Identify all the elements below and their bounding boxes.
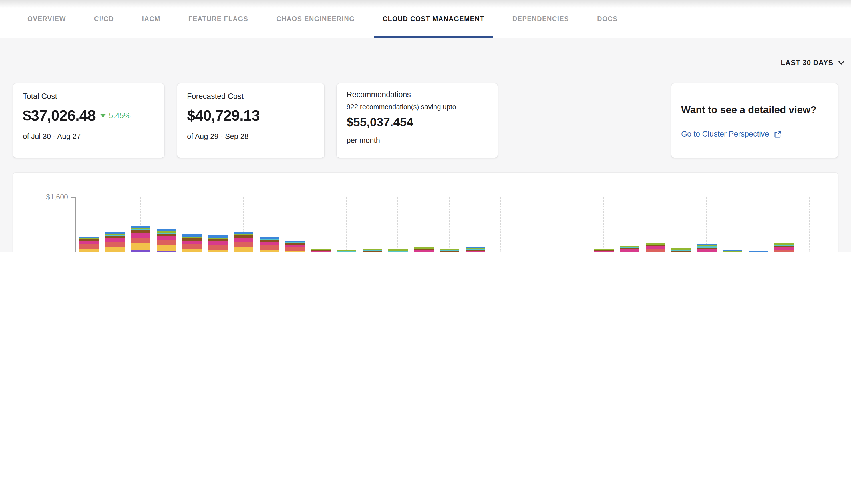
bar-segment-cluster-13[interactable] bbox=[105, 232, 124, 234]
bar-segment-cluster-13[interactable] bbox=[233, 232, 253, 234]
bar-segment-cluster-9[interactable] bbox=[182, 240, 202, 244]
bar-segment-cluster-10[interactable] bbox=[131, 230, 150, 233]
x-gridline bbox=[449, 197, 450, 252]
bar-segment-cluster-8[interactable] bbox=[233, 242, 253, 247]
bar-segment-cluster-12[interactable] bbox=[748, 252, 768, 252]
bar-segment-cluster-8[interactable] bbox=[156, 240, 176, 245]
bar-segment-cluster-9[interactable] bbox=[105, 238, 124, 242]
bar-segment-cluster-13[interactable] bbox=[182, 234, 202, 237]
x-gridline bbox=[346, 197, 347, 252]
tab-dependencies[interactable]: DEPENDENCIES bbox=[513, 0, 569, 38]
bar-segment-cluster-10[interactable] bbox=[362, 251, 382, 252]
bar-segment-cluster-9[interactable] bbox=[233, 238, 253, 242]
bar-segment-cluster-9[interactable] bbox=[156, 236, 176, 240]
bar-segment-cluster-7[interactable] bbox=[79, 249, 99, 252]
bar-segment-cluster-6[interactable] bbox=[131, 249, 150, 252]
bar-segment-cluster-9[interactable] bbox=[465, 251, 485, 252]
bar-2024-08-13 bbox=[439, 248, 459, 252]
stacked-bar-chart: $0$400$800$1,200$1,6002024-07-302024-08-… bbox=[75, 197, 822, 252]
bar-segment-cluster-13[interactable] bbox=[131, 226, 150, 228]
bar-2024-08-20 bbox=[620, 246, 639, 252]
bar-segment-cluster-7[interactable] bbox=[208, 249, 227, 252]
bar-2024-08-22 bbox=[671, 248, 691, 252]
time-range-dropdown[interactable]: LAST 30 DAYS bbox=[781, 56, 844, 70]
bar-segment-cluster-9[interactable] bbox=[645, 246, 665, 249]
bar-2024-08-05 bbox=[233, 232, 253, 252]
bar-2024-07-30 bbox=[79, 237, 99, 252]
tab-iacm[interactable]: IACM bbox=[142, 0, 160, 38]
recommendations-period: per month bbox=[347, 136, 488, 145]
module-tab-bar: OVERVIEWCI/CDIACMFEATURE FLAGSCHAOS ENGI… bbox=[0, 0, 851, 38]
bar-segment-cluster-9[interactable] bbox=[259, 242, 279, 245]
tab-feature-flags[interactable]: FEATURE FLAGS bbox=[188, 0, 248, 38]
bar-segment-cluster-9[interactable] bbox=[697, 249, 716, 252]
tab-chaos-engineering[interactable]: CHAOS ENGINEERING bbox=[276, 0, 354, 38]
bar-segment-cluster-9[interactable] bbox=[439, 252, 459, 252]
bar-segment-cluster-8[interactable] bbox=[259, 245, 279, 250]
bar-segment-cluster-7[interactable] bbox=[105, 247, 124, 252]
bar-segment-cluster-8[interactable] bbox=[182, 244, 202, 249]
x-gridline bbox=[809, 197, 810, 252]
bar-segment-cluster-9[interactable] bbox=[594, 251, 613, 252]
bar-segment-cluster-9[interactable] bbox=[774, 247, 794, 250]
bar-segment-cluster-6[interactable] bbox=[156, 251, 176, 252]
bar-segment-cluster-10[interactable] bbox=[105, 236, 124, 238]
bar-segment-cluster-9[interactable] bbox=[208, 241, 227, 245]
bar-segment-cluster-7[interactable] bbox=[285, 252, 305, 252]
external-link-icon bbox=[774, 130, 782, 138]
recommendations-card: Recommendations 922 recommendation(s) sa… bbox=[337, 84, 498, 158]
bar-segment-cluster-9[interactable] bbox=[414, 251, 433, 252]
bar-segment-cluster-10[interactable] bbox=[156, 234, 176, 236]
bar-segment-cluster-7[interactable] bbox=[233, 247, 253, 252]
bar-segment-cluster-13[interactable] bbox=[156, 229, 176, 232]
bar-segment-cluster-9[interactable] bbox=[79, 241, 99, 244]
bar-2024-08-03 bbox=[182, 234, 202, 252]
x-gridline bbox=[500, 197, 501, 252]
bar-segment-cluster-8[interactable] bbox=[208, 245, 227, 250]
total-cost-value: $37,026.48 bbox=[23, 107, 95, 125]
recommendations-title: Recommendations bbox=[347, 90, 488, 99]
total-cost-period: of Jul 30 - Aug 27 bbox=[23, 132, 154, 141]
tab-cloud-cost-management[interactable]: CLOUD COST MANAGEMENT bbox=[383, 0, 484, 38]
bar-segment-cluster-9[interactable] bbox=[311, 252, 330, 252]
cluster-perspective-link[interactable]: Go to Cluster Perspective bbox=[681, 130, 828, 138]
bar-segment-cluster-9[interactable] bbox=[131, 233, 150, 237]
x-gridline bbox=[758, 197, 758, 252]
detail-view-card: Want to see a detailed view? Go to Clust… bbox=[672, 84, 838, 158]
cloud-cost-dashboard: OVERVIEWCI/CDIACMFEATURE FLAGSCHAOS ENGI… bbox=[0, 0, 851, 252]
bar-segment-cluster-7[interactable] bbox=[182, 249, 202, 252]
bar-segment-cluster-11[interactable] bbox=[336, 252, 356, 252]
bar-segment-cluster-10[interactable] bbox=[233, 236, 253, 238]
bar-segment-cluster-8[interactable] bbox=[131, 237, 150, 243]
bar-segment-cluster-8[interactable] bbox=[645, 249, 665, 252]
bar-segment-cluster-8[interactable] bbox=[79, 244, 99, 249]
time-range-label: LAST 30 DAYS bbox=[781, 59, 833, 67]
detail-view-title: Want to see a detailed view? bbox=[681, 104, 828, 116]
y-axis-label: $1,600 bbox=[46, 193, 68, 201]
bar-2024-08-21 bbox=[645, 242, 665, 252]
bar-segment-cluster-7[interactable] bbox=[259, 250, 279, 252]
bar-segment-cluster-8[interactable] bbox=[774, 250, 794, 252]
bar-2024-08-24 bbox=[723, 251, 742, 252]
forecasted-cost-title: Forecasted Cost bbox=[187, 92, 315, 101]
bar-segment-cluster-8[interactable] bbox=[285, 248, 305, 252]
bar-2024-08-23 bbox=[697, 244, 716, 252]
bar-segment-cluster-12[interactable] bbox=[388, 249, 407, 251]
tab-docs[interactable]: DOCS bbox=[597, 0, 618, 38]
bar-segment-cluster-9[interactable] bbox=[285, 244, 305, 248]
x-gridline bbox=[398, 197, 398, 252]
x-gridline bbox=[706, 197, 707, 252]
bar-segment-cluster-13[interactable] bbox=[208, 236, 227, 238]
bar-2024-08-08 bbox=[311, 248, 330, 252]
tab-overview[interactable]: OVERVIEW bbox=[28, 0, 66, 38]
bar-segment-cluster-9[interactable] bbox=[620, 249, 639, 252]
tab-ci-cd[interactable]: CI/CD bbox=[94, 0, 114, 38]
forecasted-cost-period: of Aug 29 - Sep 28 bbox=[187, 132, 315, 141]
bar-segment-cluster-7[interactable] bbox=[131, 243, 150, 249]
bar-segment-cluster-8[interactable] bbox=[105, 242, 124, 247]
bar-segment-cluster-13[interactable] bbox=[259, 237, 279, 239]
bar-2024-07-31 bbox=[105, 232, 124, 252]
chevron-down-icon bbox=[838, 60, 844, 66]
bar-segment-cluster-7[interactable] bbox=[156, 245, 176, 251]
bar-segment-cluster-10[interactable] bbox=[182, 238, 202, 240]
